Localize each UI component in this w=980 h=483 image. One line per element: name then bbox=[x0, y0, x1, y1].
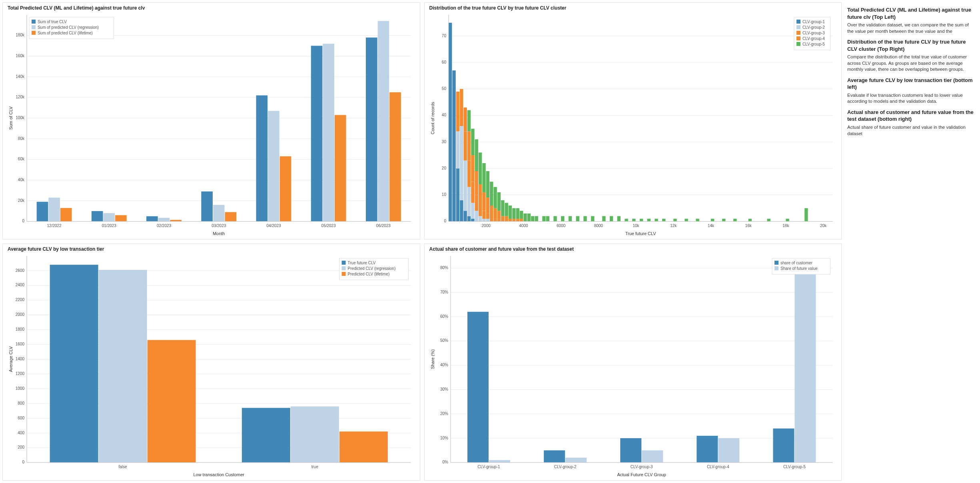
svg-rect-259 bbox=[544, 450, 565, 462]
svg-rect-277 bbox=[774, 266, 778, 270]
panel-title: Actual share of customer and future valu… bbox=[429, 246, 838, 252]
svg-rect-168 bbox=[711, 219, 714, 222]
sidebar: Total Predicted CLV (ML and Lifetime) ag… bbox=[844, 0, 980, 483]
svg-rect-41 bbox=[311, 46, 323, 222]
svg-rect-150 bbox=[553, 216, 557, 221]
chart-tr: 010203040506070200040006000800010k12k14k… bbox=[429, 12, 837, 238]
svg-rect-21 bbox=[37, 202, 48, 222]
svg-rect-173 bbox=[786, 219, 789, 222]
svg-text:1800: 1800 bbox=[16, 327, 25, 331]
svg-rect-136 bbox=[508, 219, 511, 222]
svg-rect-89 bbox=[456, 92, 459, 131]
svg-rect-133 bbox=[501, 200, 504, 216]
svg-text:true: true bbox=[311, 465, 319, 469]
svg-text:CLV-group-2: CLV-group-2 bbox=[802, 25, 825, 30]
svg-text:20k: 20k bbox=[18, 198, 24, 203]
svg-rect-90 bbox=[460, 200, 463, 222]
svg-text:4000: 4000 bbox=[519, 224, 528, 228]
svg-rect-108 bbox=[475, 195, 478, 211]
svg-text:1000: 1000 bbox=[16, 386, 25, 391]
svg-text:share of customer: share of customer bbox=[780, 261, 813, 265]
svg-rect-153 bbox=[576, 216, 579, 221]
dashboard: Total Predicted CLV (ML and Lifetime) ag… bbox=[0, 0, 980, 483]
svg-text:CLV-group-5: CLV-group-5 bbox=[783, 465, 806, 469]
sidebar-heading: Actual share of customer and future valu… bbox=[847, 109, 974, 123]
svg-text:CLV-group-1: CLV-group-1 bbox=[802, 20, 825, 24]
svg-text:Predicted CLV (regression): Predicted CLV (regression) bbox=[348, 266, 396, 271]
svg-text:60k: 60k bbox=[18, 157, 24, 161]
svg-text:10: 10 bbox=[441, 192, 446, 197]
svg-rect-275 bbox=[774, 261, 778, 265]
svg-text:Predicted CLV (lifetime): Predicted CLV (lifetime) bbox=[348, 272, 390, 276]
svg-rect-131 bbox=[497, 192, 500, 211]
svg-rect-126 bbox=[493, 219, 497, 222]
svg-rect-39 bbox=[280, 156, 291, 222]
svg-text:Sum of predicted CLV (regressi: Sum of predicted CLV (regression) bbox=[38, 25, 99, 30]
svg-rect-146 bbox=[531, 216, 534, 221]
svg-text:16k: 16k bbox=[745, 224, 751, 228]
svg-rect-22 bbox=[48, 198, 60, 221]
svg-text:CLV-group-1: CLV-group-1 bbox=[477, 465, 500, 469]
svg-rect-142 bbox=[520, 219, 523, 222]
svg-rect-233 bbox=[342, 266, 346, 270]
svg-rect-148 bbox=[542, 216, 545, 221]
svg-text:20k: 20k bbox=[820, 224, 826, 228]
svg-rect-139 bbox=[512, 208, 515, 219]
svg-text:2400: 2400 bbox=[16, 283, 25, 287]
svg-text:18k: 18k bbox=[782, 224, 789, 228]
svg-text:2000: 2000 bbox=[481, 224, 491, 228]
svg-rect-116 bbox=[482, 211, 485, 219]
svg-text:1400: 1400 bbox=[16, 357, 25, 361]
svg-rect-171 bbox=[748, 219, 751, 222]
svg-text:Actual Future CLV Group: Actual Future CLV Group bbox=[617, 472, 666, 477]
chart-tl: 020k40k60k80k100k120k140k160k180k12/2022… bbox=[7, 12, 415, 238]
panel-title: Total Predicted CLV (ML and Lifetime) ag… bbox=[8, 5, 416, 11]
svg-rect-31 bbox=[170, 220, 182, 222]
svg-rect-174 bbox=[804, 208, 808, 222]
svg-text:40: 40 bbox=[441, 113, 446, 117]
svg-rect-93 bbox=[463, 211, 467, 221]
svg-text:60: 60 bbox=[441, 60, 446, 64]
svg-rect-144 bbox=[523, 214, 527, 222]
svg-text:01/2023: 01/2023 bbox=[102, 224, 117, 228]
svg-text:CLV-group-3: CLV-group-3 bbox=[802, 31, 825, 35]
sidebar-heading: Average future CLV by low transaction ti… bbox=[847, 77, 974, 91]
panel-top-right: Distribution of the true future CLV by t… bbox=[424, 2, 842, 240]
svg-text:30: 30 bbox=[441, 140, 446, 144]
svg-text:CLV-group-3: CLV-group-3 bbox=[630, 465, 653, 469]
svg-rect-151 bbox=[561, 216, 564, 221]
svg-text:70%: 70% bbox=[440, 290, 448, 294]
svg-text:CLV-group-2: CLV-group-2 bbox=[554, 465, 576, 469]
svg-rect-94 bbox=[463, 160, 467, 211]
svg-rect-224 bbox=[291, 406, 339, 462]
svg-rect-117 bbox=[482, 192, 485, 211]
svg-text:CLV-group-4: CLV-group-4 bbox=[802, 36, 825, 41]
svg-rect-135 bbox=[505, 203, 508, 216]
sidebar-heading: Total Predicted CLV (ML and Lifetime) ag… bbox=[847, 6, 974, 20]
svg-rect-37 bbox=[256, 96, 268, 222]
svg-text:Count of records: Count of records bbox=[430, 102, 435, 134]
svg-rect-119 bbox=[486, 219, 489, 222]
svg-text:180k: 180k bbox=[16, 33, 24, 37]
chart-bl: 0200400600800100012001400160018002000220… bbox=[7, 253, 415, 479]
svg-rect-152 bbox=[568, 216, 571, 221]
svg-rect-162 bbox=[647, 219, 650, 222]
svg-rect-113 bbox=[478, 184, 481, 206]
svg-rect-132 bbox=[501, 216, 504, 221]
svg-rect-118 bbox=[482, 163, 485, 192]
svg-rect-96 bbox=[463, 108, 467, 132]
svg-text:12/2022: 12/2022 bbox=[47, 224, 62, 228]
svg-rect-23 bbox=[60, 208, 72, 222]
sidebar-body: Compare the distribution of the total tr… bbox=[847, 54, 974, 73]
svg-rect-86 bbox=[452, 70, 455, 222]
svg-text:True future CLV: True future CLV bbox=[348, 261, 376, 265]
svg-rect-154 bbox=[583, 216, 587, 221]
svg-text:8000: 8000 bbox=[594, 224, 603, 228]
svg-text:40k: 40k bbox=[18, 178, 24, 182]
svg-text:Low transaction Customer: Low transaction Customer bbox=[193, 472, 244, 477]
svg-rect-33 bbox=[201, 192, 213, 222]
svg-text:2600: 2600 bbox=[16, 268, 25, 273]
svg-rect-147 bbox=[535, 216, 538, 221]
svg-rect-188 bbox=[796, 42, 800, 46]
svg-rect-127 bbox=[493, 208, 497, 219]
